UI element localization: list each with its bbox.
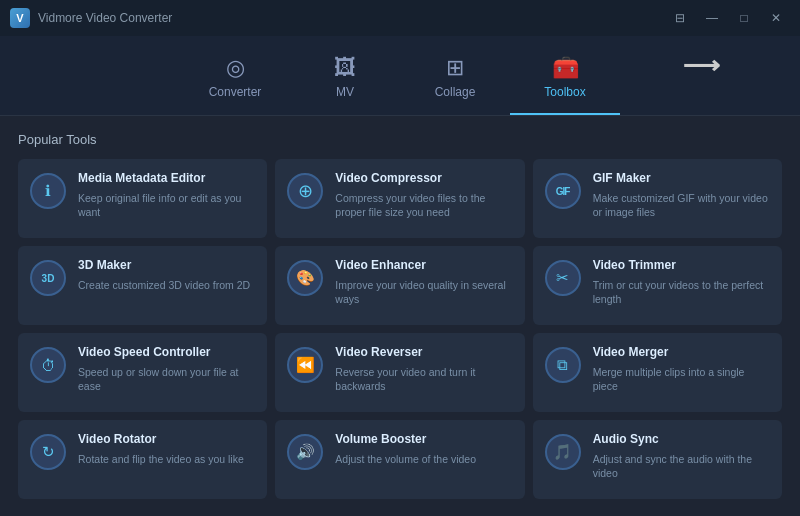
tools-grid: ℹ Media Metadata Editor Keep original fi… xyxy=(18,159,782,499)
tab-mv[interactable]: 🖼 MV xyxy=(290,43,400,115)
mv-icon: 🖼 xyxy=(334,57,356,79)
video-merger-text: Video Merger Merge multiple clips into a… xyxy=(593,345,770,393)
media-metadata-icon: ℹ xyxy=(30,173,66,209)
tab-converter-label: Converter xyxy=(209,85,262,99)
video-compressor-icon: ⊕ xyxy=(287,173,323,209)
video-speed-title: Video Speed Controller xyxy=(78,345,255,361)
titlebar-controls: ⊟ — □ ✕ xyxy=(666,8,790,28)
audio-sync-desc: Adjust and sync the audio with the video xyxy=(593,452,770,480)
video-compressor-title: Video Compressor xyxy=(335,171,512,187)
volume-booster-desc: Adjust the volume of the video xyxy=(335,452,476,466)
media-metadata-title: Media Metadata Editor xyxy=(78,171,255,187)
titlebar-title: Vidmore Video Converter xyxy=(38,11,172,25)
video-reverser-desc: Reverse your video and turn it backwards xyxy=(335,365,512,393)
tab-toolbox-label: Toolbox xyxy=(544,85,585,99)
video-merger-icon: ⧉ xyxy=(545,347,581,383)
video-reverser-title: Video Reverser xyxy=(335,345,512,361)
tool-gif-maker[interactable]: GIF GIF Maker Make customized GIF with y… xyxy=(533,159,782,238)
video-enhancer-icon: 🎨 xyxy=(287,260,323,296)
video-trimmer-text: Video Trimmer Trim or cut your videos to… xyxy=(593,258,770,306)
nav-bar: ◎ Converter 🖼 MV ⊞ Collage 🧰 Toolbox ⟵ xyxy=(0,36,800,116)
tool-video-merger[interactable]: ⧉ Video Merger Merge multiple clips into… xyxy=(533,333,782,412)
video-enhancer-text: Video Enhancer Improve your video qualit… xyxy=(335,258,512,306)
toolbox-icon: 🧰 xyxy=(552,57,579,79)
volume-booster-icon: 🔊 xyxy=(287,434,323,470)
tool-video-enhancer[interactable]: 🎨 Video Enhancer Improve your video qual… xyxy=(275,246,524,325)
video-enhancer-title: Video Enhancer xyxy=(335,258,512,274)
gif-maker-title: GIF Maker xyxy=(593,171,770,187)
tab-toolbox[interactable]: 🧰 Toolbox xyxy=(510,43,620,115)
close-button[interactable]: ✕ xyxy=(762,8,790,28)
tool-video-compressor[interactable]: ⊕ Video Compressor Compress your video f… xyxy=(275,159,524,238)
minimize-button[interactable]: — xyxy=(698,8,726,28)
maximize-button[interactable]: □ xyxy=(730,8,758,28)
app-icon: V xyxy=(10,8,30,28)
audio-sync-icon: 🎵 xyxy=(545,434,581,470)
tab-collage-label: Collage xyxy=(435,85,476,99)
tool-media-metadata[interactable]: ℹ Media Metadata Editor Keep original fi… xyxy=(18,159,267,238)
video-trimmer-icon: ✂ xyxy=(545,260,581,296)
audio-sync-text: Audio Sync Adjust and sync the audio wit… xyxy=(593,432,770,480)
video-trimmer-desc: Trim or cut your videos to the perfect l… xyxy=(593,278,770,306)
main-content: Popular Tools ℹ Media Metadata Editor Ke… xyxy=(0,116,800,516)
tool-video-rotator[interactable]: ↻ Video Rotator Rotate and flip the vide… xyxy=(18,420,267,499)
video-compressor-text: Video Compressor Compress your video fil… xyxy=(335,171,512,219)
video-compressor-desc: Compress your video files to the proper … xyxy=(335,191,512,219)
titlebar-left: V Vidmore Video Converter xyxy=(10,8,172,28)
captions-button[interactable]: ⊟ xyxy=(666,8,694,28)
3d-maker-icon: 3D xyxy=(30,260,66,296)
tab-collage[interactable]: ⊞ Collage xyxy=(400,43,510,115)
audio-sync-title: Audio Sync xyxy=(593,432,770,448)
section-title: Popular Tools xyxy=(18,132,782,147)
titlebar: V Vidmore Video Converter ⊟ — □ ✕ xyxy=(0,0,800,36)
video-rotator-title: Video Rotator xyxy=(78,432,244,448)
video-speed-text: Video Speed Controller Speed up or slow … xyxy=(78,345,255,393)
3d-maker-desc: Create customized 3D video from 2D xyxy=(78,278,250,292)
tool-video-trimmer[interactable]: ✂ Video Trimmer Trim or cut your videos … xyxy=(533,246,782,325)
gif-maker-text: GIF Maker Make customized GIF with your … xyxy=(593,171,770,219)
volume-booster-text: Volume Booster Adjust the volume of the … xyxy=(335,432,476,466)
tool-volume-booster[interactable]: 🔊 Volume Booster Adjust the volume of th… xyxy=(275,420,524,499)
volume-booster-title: Volume Booster xyxy=(335,432,476,448)
tab-mv-label: MV xyxy=(336,85,354,99)
gif-maker-icon: GIF xyxy=(545,173,581,209)
tool-3d-maker[interactable]: 3D 3D Maker Create customized 3D video f… xyxy=(18,246,267,325)
3d-maker-text: 3D Maker Create customized 3D video from… xyxy=(78,258,250,292)
video-rotator-desc: Rotate and flip the video as you like xyxy=(78,452,244,466)
video-speed-icon: ⏱ xyxy=(30,347,66,383)
video-speed-desc: Speed up or slow down your file at ease xyxy=(78,365,255,393)
video-enhancer-desc: Improve your video quality in several wa… xyxy=(335,278,512,306)
video-merger-desc: Merge multiple clips into a single piece xyxy=(593,365,770,393)
collage-icon: ⊞ xyxy=(446,57,464,79)
gif-maker-desc: Make customized GIF with your video or i… xyxy=(593,191,770,219)
video-reverser-text: Video Reverser Reverse your video and tu… xyxy=(335,345,512,393)
converter-icon: ◎ xyxy=(226,57,245,79)
media-metadata-desc: Keep original file info or edit as you w… xyxy=(78,191,255,219)
video-merger-title: Video Merger xyxy=(593,345,770,361)
video-reverser-icon: ⏪ xyxy=(287,347,323,383)
tool-audio-sync[interactable]: 🎵 Audio Sync Adjust and sync the audio w… xyxy=(533,420,782,499)
tool-video-reverser[interactable]: ⏪ Video Reverser Reverse your video and … xyxy=(275,333,524,412)
tool-video-speed[interactable]: ⏱ Video Speed Controller Speed up or slo… xyxy=(18,333,267,412)
tab-converter[interactable]: ◎ Converter xyxy=(180,43,290,115)
media-metadata-text: Media Metadata Editor Keep original file… xyxy=(78,171,255,219)
video-rotator-text: Video Rotator Rotate and flip the video … xyxy=(78,432,244,466)
3d-maker-title: 3D Maker xyxy=(78,258,250,274)
arrow-indicator: ⟵ xyxy=(683,50,720,81)
video-trimmer-title: Video Trimmer xyxy=(593,258,770,274)
video-rotator-icon: ↻ xyxy=(30,434,66,470)
